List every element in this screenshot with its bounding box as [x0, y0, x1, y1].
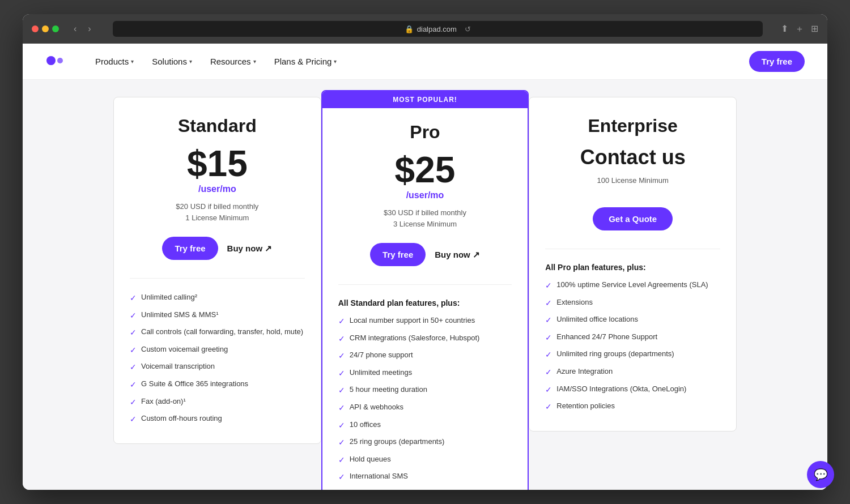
divider-pro — [338, 284, 512, 285]
feature-text: API & webhooks — [350, 402, 403, 412]
nav-back-button[interactable]: ‹ — [70, 23, 80, 35]
plan-card-enterprise: Enterprise Contact us 100 License Minimu… — [529, 97, 737, 432]
feature-text: IAM/SSO Integrations (Okta, OneLogin) — [556, 384, 686, 394]
feature-item: ✓ 25 ring groups (departments) — [338, 437, 512, 449]
grid-icon[interactable]: ⊞ — [811, 23, 818, 35]
feature-text: Zapier, Zendesk, Slack integrations and … — [350, 489, 498, 490]
check-icon: ✓ — [338, 403, 345, 414]
check-icon: ✓ — [338, 472, 345, 483]
plan-price-standard: $15 — [130, 146, 305, 182]
feature-item: ✓ International SMS — [338, 471, 512, 483]
check-icon: ✓ — [338, 316, 345, 327]
feature-item: ✓ Enhanced 24/7 Phone Support — [545, 332, 720, 344]
nav-item-products[interactable]: Products ▾ — [88, 52, 141, 71]
nav-links: Products ▾ Solutions ▾ Resources ▾ Plans… — [88, 52, 749, 71]
plan-billing-note-pro: $30 USD if billed monthly3 License Minim… — [338, 207, 512, 229]
check-icon: ✓ — [130, 327, 137, 339]
plan-billing-note-standard: $20 USD if billed monthly1 License Minim… — [130, 201, 305, 223]
traffic-light-yellow[interactable] — [42, 25, 49, 32]
check-icon: ✓ — [130, 310, 137, 322]
feature-text: Enhanced 24/7 Phone Support — [556, 332, 657, 342]
feature-item: ✓ 10 offices — [338, 420, 512, 432]
feature-item: ✓ Hold queues — [338, 454, 512, 466]
plan-actions-pro: Try free Buy now ↗ — [338, 243, 512, 266]
feature-text: Custom off-hours routing — [141, 413, 222, 424]
feature-item: ✓ CRM integrations (Salesforce, Hubspot) — [338, 333, 512, 345]
feature-item: ✓ Custom voicemail greeting — [130, 344, 305, 356]
check-icon: ✓ — [545, 298, 552, 309]
feature-item: ✓ Fax (add-on)¹ — [130, 396, 305, 408]
nav-item-pricing[interactable]: Plans & Pricing ▾ — [267, 52, 344, 71]
svg-point-0 — [46, 56, 56, 65]
feature-item: ✓ 100% uptime Service Level Agreements (… — [545, 280, 720, 292]
feature-text: Unlimited ring groups (departments) — [556, 349, 674, 359]
feature-text: Call controls (call forwarding, transfer… — [141, 327, 303, 337]
feature-text: 10 offices — [350, 420, 381, 430]
check-icon: ✓ — [545, 332, 552, 344]
feature-item: ✓ 5 hour meeting duration — [338, 385, 512, 396]
feature-text: Hold queues — [350, 454, 391, 464]
chevron-down-icon: ▾ — [334, 58, 337, 65]
nav-label-pricing: Plans & Pricing — [274, 57, 332, 66]
buy-now-button-pro[interactable]: Buy now ↗ — [435, 250, 480, 260]
nav-try-free-button[interactable]: Try free — [749, 51, 805, 72]
reload-icon: ↺ — [465, 25, 471, 33]
feature-item: ✓ Unlimited SMS & MMS¹ — [130, 310, 305, 322]
check-icon: ✓ — [338, 334, 345, 345]
buy-now-button-standard[interactable]: Buy now ↗ — [227, 244, 273, 254]
feature-text: 100% uptime Service Level Agreements (SL… — [556, 280, 708, 290]
check-icon: ✓ — [545, 315, 552, 326]
check-icon: ✓ — [130, 345, 137, 356]
feature-text: Unlimited SMS & MMS¹ — [141, 310, 219, 320]
new-tab-icon[interactable]: ＋ — [795, 23, 804, 35]
check-icon: ✓ — [545, 349, 552, 361]
feature-text: Local number support in 50+ countries — [350, 315, 475, 326]
nav-item-resources[interactable]: Resources ▾ — [203, 52, 263, 71]
plan-price-unit-pro: /user/mo — [338, 190, 512, 200]
plan-card-standard: Standard $15 /user/mo $20 USD if billed … — [113, 97, 321, 444]
feature-text: Voicemail transcription — [141, 361, 215, 371]
try-free-button-standard[interactable]: Try free — [162, 237, 218, 260]
plan-price-unit-standard: /user/mo — [130, 184, 305, 194]
feature-item: ✓ Voicemail transcription — [130, 361, 305, 373]
feature-item: ✓ G Suite & Office 365 integrations — [130, 379, 305, 391]
check-icon: ✓ — [130, 293, 137, 304]
feature-text: Retention policies — [556, 401, 615, 411]
traffic-light-red[interactable] — [32, 25, 39, 32]
nav-label-solutions: Solutions — [152, 57, 187, 66]
nav-forward-button[interactable]: › — [84, 23, 94, 35]
chevron-down-icon: ▾ — [253, 58, 256, 65]
svg-point-1 — [57, 58, 63, 63]
pricing-grid: Standard $15 /user/mo $20 USD if billed … — [113, 97, 737, 490]
lock-icon: 🔒 — [405, 25, 414, 33]
check-icon: ✓ — [130, 397, 137, 408]
feature-item: ✓ Custom off-hours routing — [130, 413, 305, 425]
check-icon: ✓ — [338, 351, 345, 362]
feature-item: ✓ IAM/SSO Integrations (Okta, OneLogin) — [545, 384, 720, 396]
share-icon[interactable]: ⬆ — [781, 23, 788, 35]
features-header-enterprise: All Pro plan features, plus: — [545, 263, 720, 272]
check-icon: ✓ — [130, 362, 137, 373]
features-header-pro: All Standard plan features, plus: — [338, 298, 512, 307]
address-bar[interactable]: 🔒 dialpad.com ↺ — [113, 21, 763, 37]
feature-text: Extensions — [556, 297, 593, 307]
nav: Products ▾ Solutions ▾ Resources ▾ Plans… — [23, 44, 827, 80]
nav-label-resources: Resources — [210, 57, 251, 66]
browser-window: ‹ › 🔒 dialpad.com ↺ ⬆ ＋ ⊞ Products ▾ — [23, 14, 827, 490]
feature-item: ✓ API & webhooks — [338, 402, 512, 414]
feature-text: 25 ring groups (departments) — [350, 437, 445, 447]
features-list-standard: ✓ Unlimited calling² ✓ Unlimited SMS & M… — [130, 292, 305, 425]
feature-item: ✓ Unlimited office locations — [545, 314, 720, 326]
plan-name-pro: Pro — [338, 122, 512, 143]
plan-card-pro: MOST POPULAR! Pro $25 /user/mo $30 USD i… — [321, 90, 529, 490]
feature-item: ✓ Local number support in 50+ countries — [338, 315, 512, 327]
feature-item: ✓ Zapier, Zendesk, Slack integrations an… — [338, 489, 512, 490]
nav-logo[interactable] — [45, 53, 66, 71]
check-icon: ✓ — [130, 379, 137, 391]
get-quote-button[interactable]: Get a Quote — [593, 207, 673, 230]
nav-item-solutions[interactable]: Solutions ▾ — [145, 52, 199, 71]
plan-name-enterprise: Enterprise — [545, 116, 720, 136]
nav-label-products: Products — [95, 57, 129, 66]
traffic-light-green[interactable] — [52, 25, 59, 32]
try-free-button-pro[interactable]: Try free — [370, 243, 426, 266]
